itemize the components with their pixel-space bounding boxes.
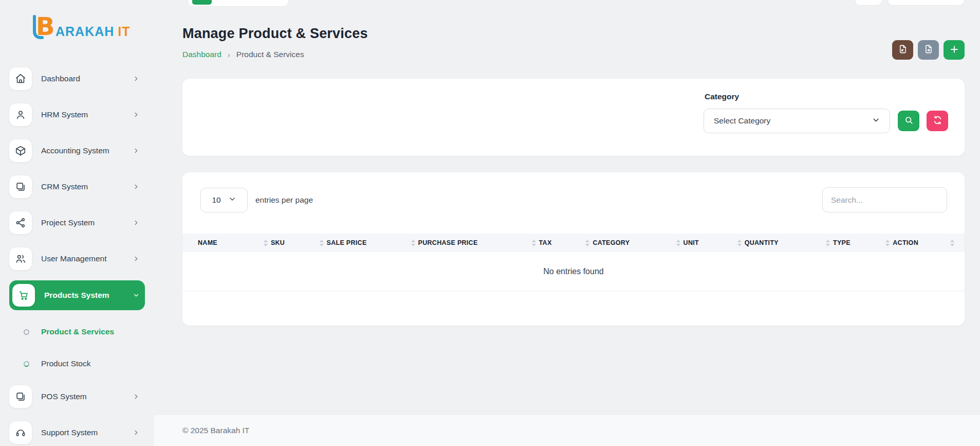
category-select-value: Select Category xyxy=(714,116,770,126)
sidebar-item-label: Products System xyxy=(44,291,109,300)
footer: © 2025 Barakah IT xyxy=(154,415,980,446)
column-header-name[interactable]: NAME xyxy=(198,234,271,252)
page-title: Manage Product & Services xyxy=(182,26,368,42)
filter-search-button[interactable] xyxy=(898,111,919,131)
user-icon xyxy=(9,103,32,126)
column-header-category[interactable]: CATEGORY xyxy=(593,234,683,252)
column-header-sku[interactable]: SKU xyxy=(271,234,327,252)
sidebar-item-label: Project System xyxy=(41,218,95,227)
cube-icon xyxy=(9,139,32,162)
column-header-action[interactable]: ACTION xyxy=(893,234,957,252)
sidebar-item-user-management[interactable]: User Management xyxy=(9,244,145,273)
chevron-right-icon xyxy=(133,429,140,436)
brand-logo-mark: B xyxy=(31,12,57,42)
table-empty-row: No entries found xyxy=(182,252,965,291)
file-import-icon xyxy=(898,44,908,56)
import-button[interactable] xyxy=(892,40,913,60)
table-controls: 10 entries per page xyxy=(182,187,965,212)
sort-icon[interactable] xyxy=(585,240,589,246)
sidebar-item-label: CRM System xyxy=(41,182,88,191)
category-select[interactable]: Select Category xyxy=(704,109,890,133)
add-product-button[interactable] xyxy=(944,40,965,60)
main-content: Manage Product & Services Dashboard › Pr… xyxy=(154,0,980,446)
sort-icon[interactable] xyxy=(826,240,830,246)
sidebar-subitem-product-services[interactable]: Product & Services xyxy=(9,317,145,346)
sidebar-item-products-system[interactable]: Products System xyxy=(9,280,145,310)
headset-icon xyxy=(9,421,32,444)
frame-icon xyxy=(9,385,32,408)
breadcrumb-dashboard-link[interactable]: Dashboard xyxy=(182,50,221,59)
sidebar-subitem-label: Product & Services xyxy=(41,327,114,336)
sort-icon[interactable] xyxy=(676,240,680,246)
chevron-down-icon xyxy=(872,116,880,127)
chevron-right-icon xyxy=(133,75,140,82)
sidebar: B ARAKAHIT Dashboard HRM System xyxy=(0,0,154,446)
sidebar-item-crm-system[interactable]: CRM System xyxy=(9,172,145,201)
column-header-purchase-price[interactable]: PURCHASE PRICE xyxy=(418,234,539,252)
category-filter: Category Select Category xyxy=(704,79,965,156)
sort-icon[interactable] xyxy=(320,240,324,246)
sidebar-item-pos-system[interactable]: POS System xyxy=(9,382,145,411)
sidebar-item-label: HRM System xyxy=(41,110,88,119)
file-export-icon xyxy=(923,44,933,56)
column-label: PURCHASE PRICE xyxy=(418,239,478,246)
header-actions xyxy=(892,40,965,60)
filter-reset-button[interactable] xyxy=(927,111,948,131)
sidebar-item-label: Dashboard xyxy=(41,74,80,83)
sidebar-item-accounting-system[interactable]: Accounting System xyxy=(9,136,145,165)
table-header-row: NAME SKU SALE PRICE PURCHASE PRICE TAX C… xyxy=(182,234,965,252)
column-header-sale-price[interactable]: SALE PRICE xyxy=(327,234,418,252)
sort-icon[interactable] xyxy=(264,240,268,246)
sidebar-item-label: User Management xyxy=(41,254,107,263)
column-label: SKU xyxy=(271,239,285,246)
frame-icon xyxy=(9,175,32,198)
page-header: Manage Product & Services Dashboard › Pr… xyxy=(182,26,965,60)
share-icon xyxy=(9,211,32,234)
sidebar-item-support-system[interactable]: Support System xyxy=(9,418,145,446)
brand-logo[interactable]: B ARAKAHIT xyxy=(31,10,131,42)
topbar-green-pill-remnant xyxy=(192,0,212,5)
chevron-right-icon xyxy=(133,183,140,190)
filter-card: Category Select Category xyxy=(182,79,965,156)
brand-name-main: ARAKAH xyxy=(56,24,114,39)
column-header-tax[interactable]: TAX xyxy=(539,234,593,252)
column-header-type[interactable]: TYPE xyxy=(833,234,893,252)
sort-icon[interactable] xyxy=(532,240,536,246)
sort-icon[interactable] xyxy=(950,240,954,246)
column-label: TYPE xyxy=(833,239,850,246)
entries-per-page-label: entries per page xyxy=(255,195,313,205)
sort-icon[interactable] xyxy=(737,240,742,246)
search-icon xyxy=(904,115,914,127)
breadcrumb-separator: › xyxy=(228,50,230,59)
chevron-down-icon xyxy=(133,292,140,299)
export-button[interactable] xyxy=(918,40,939,60)
column-header-unit[interactable]: UNIT xyxy=(683,234,745,252)
chevron-right-icon xyxy=(133,147,140,154)
sidebar-item-project-system[interactable]: Project System xyxy=(9,208,145,237)
cart-icon xyxy=(12,284,35,307)
sidebar-nav: Dashboard HRM System Accounting Sy xyxy=(9,64,145,446)
chevron-right-icon xyxy=(133,219,140,226)
table-card: 10 entries per page NAME SKU SALE PRICE … xyxy=(182,172,965,326)
sort-icon[interactable] xyxy=(885,240,890,246)
column-label: TAX xyxy=(539,239,552,246)
sidebar-subitem-label: Product Stock xyxy=(41,359,91,368)
column-header-quantity[interactable]: QUANTITY xyxy=(745,234,833,252)
sort-icon[interactable] xyxy=(411,240,415,246)
sidebar-item-label: POS System xyxy=(41,392,87,401)
column-label: SALE PRICE xyxy=(327,239,367,246)
logo-b-letter: B xyxy=(36,11,55,41)
table-search-input[interactable] xyxy=(822,187,947,212)
sidebar-item-dashboard[interactable]: Dashboard xyxy=(9,64,145,93)
sidebar-subitem-product-stock[interactable]: Product Stock xyxy=(9,349,145,378)
sidebar-item-label: Support System xyxy=(41,428,98,437)
refresh-icon xyxy=(933,115,942,127)
breadcrumb: Dashboard › Product & Services xyxy=(182,50,368,59)
circle-bullet-icon xyxy=(24,361,29,367)
page-title-block: Manage Product & Services Dashboard › Pr… xyxy=(182,26,368,59)
column-label: CATEGORY xyxy=(593,239,630,246)
sidebar-item-hrm-system[interactable]: HRM System xyxy=(9,100,145,129)
page-size-select[interactable]: 10 xyxy=(200,188,248,212)
column-label: NAME xyxy=(198,239,217,246)
chevron-right-icon xyxy=(133,255,140,262)
